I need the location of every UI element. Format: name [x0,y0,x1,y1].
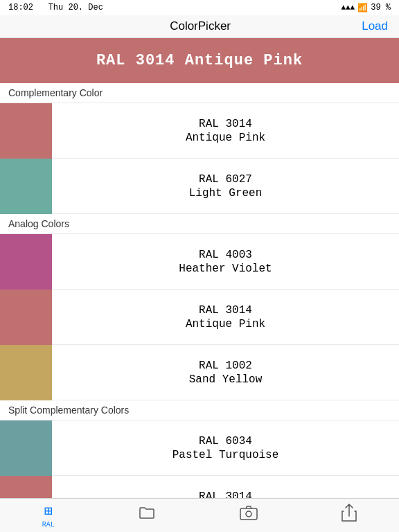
signal-icon: ▲▲▲ [341,3,355,12]
status-bar: 18:02 Thu 20. Dec ▲▲▲ 📶 39 % [0,0,399,15]
color-name: Antique Pink [66,132,385,144]
color-info: RAL 3014 Antique Pink [52,118,399,144]
color-name: Pastel Turquoise [66,449,385,461]
section-complementary-header: Complementary Color [0,83,399,103]
color-name: Sand Yellow [66,373,385,386]
section-complementary-label: Complementary Color [8,87,103,98]
section-analog-header: Analog Colors [0,214,399,234]
wifi-icon: 📶 [357,3,368,13]
color-info: RAL 4003 Heather Violet [52,249,399,275]
color-swatch [0,159,52,214]
color-code: RAL 6034 [66,435,385,447]
color-info: RAL 6034 Pastel Turquoise [52,435,399,461]
color-code: RAL 6027 [66,173,385,186]
svg-point-1 [246,511,251,517]
section-split-header: Split Complementary Colors [0,400,399,420]
color-info: RAL 3014 Antique Pink [52,304,399,330]
color-name: Heather Violet [66,263,385,275]
nav-title: ColorPicker [170,19,231,33]
tab-ral[interactable]: ⊞ RAL [42,502,55,529]
nav-load-button[interactable]: Load [362,19,388,33]
color-code: RAL 4003 [66,249,385,261]
color-swatch [0,345,52,400]
color-swatch [0,290,52,345]
color-name: Light Green [66,187,385,200]
status-time-date: 18:02 Thu 20. Dec [8,3,103,12]
battery-text: 39 % [371,3,391,12]
svg-rect-0 [240,508,257,520]
section-split-label: Split Complementary Colors [8,405,129,416]
color-row-ral6027-comp[interactable]: RAL 6027 Light Green [0,159,399,214]
status-time: 18:02 [8,3,33,12]
tab-camera[interactable] [240,505,258,526]
color-swatch [0,234,52,290]
camera-icon [240,505,258,524]
tab-share[interactable] [342,504,357,527]
color-info: RAL 1002 Sand Yellow [52,360,399,386]
folder-icon [139,506,155,524]
color-code: RAL 3014 [66,304,385,317]
color-name: Antique Pink [66,318,385,330]
color-header-title: RAL 3014 Antique Pink [96,52,303,69]
status-icons: ▲▲▲ 📶 39 % [341,3,391,13]
color-row-ral3014-comp[interactable]: RAL 3014 Antique Pink [0,103,399,159]
tab-ral-label: RAL [42,521,55,529]
content-area: Complementary Color RAL 3014 Antique Pin… [0,83,399,532]
share-icon [342,504,357,526]
status-date: Thu 20. Dec [48,3,103,12]
tab-bar: ⊞ RAL [0,498,399,532]
section-analog-label: Analog Colors [8,218,69,229]
color-code: RAL 1002 [66,360,385,372]
nav-bar: ColorPicker Load [0,15,399,38]
color-row-ral4003[interactable]: RAL 4003 Heather Violet [0,234,399,290]
ral-icon: ⊞ [44,502,53,520]
color-code: RAL 3014 [66,118,385,130]
color-header: RAL 3014 Antique Pink [0,38,399,83]
color-row-ral3014-analog[interactable]: RAL 3014 Antique Pink [0,290,399,345]
color-row-ral6034[interactable]: RAL 6034 Pastel Turquoise [0,420,399,476]
color-row-ral1002[interactable]: RAL 1002 Sand Yellow [0,345,399,400]
color-swatch [0,103,52,159]
color-swatch [0,420,52,476]
color-info: RAL 6027 Light Green [52,173,399,200]
tab-folder[interactable] [139,506,155,525]
